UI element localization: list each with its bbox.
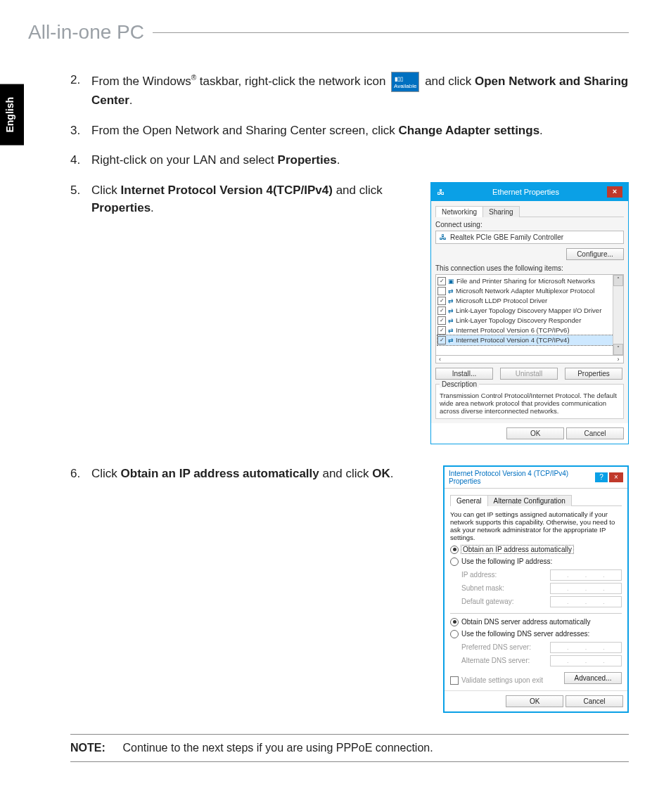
preferred-dns-field: ... [550, 642, 622, 653]
adapter-field: 🖧 Realtek PCIe GBE Family Controller [435, 231, 624, 244]
tab-networking[interactable]: Networking [435, 206, 483, 217]
uninstall-button: Uninstall [500, 368, 558, 380]
scroll-down-icon[interactable]: ˅ [613, 344, 623, 355]
list-item-label: Microsoft Network Adapter Multiplexor Pr… [456, 287, 594, 295]
cancel-button[interactable]: Cancel [566, 427, 624, 439]
bold-term: Properties [278, 153, 337, 167]
language-tab: English [0, 84, 24, 146]
step-text: Click Obtain an IP address automatically… [91, 465, 430, 483]
dialog-titlebar: 🖧 Ethernet Properties × [431, 183, 628, 201]
bold-term: Properties [91, 201, 151, 214]
list-item[interactable]: ✓⇄Internet Protocol Version 6 (TCP/IPv6) [437, 326, 622, 335]
tab-general[interactable]: General [450, 495, 488, 506]
protocol-list[interactable]: ✓▣File and Printer Sharing for Microsoft… [435, 274, 624, 356]
close-icon[interactable]: × [609, 472, 623, 482]
component-icon: ⇄ [448, 317, 454, 324]
step-number: 4. [70, 152, 91, 169]
content-area: 2. From the Windows® taskbar, right-clic… [70, 72, 629, 713]
radio-obtain-ip-auto[interactable]: Obtain an IP address automatically [450, 546, 622, 554]
step-5: 5. Click Internet Protocol Version 4(TCP… [70, 182, 416, 217]
close-icon[interactable]: × [607, 186, 622, 198]
validate-checkbox-row[interactable]: Validate settings upon exit [450, 676, 543, 685]
list-item[interactable]: ✓⇄Link-Layer Topology Discovery Mapper I… [437, 306, 622, 316]
text-fragment: From the Open Network and Sharing Center… [91, 124, 399, 137]
configure-button[interactable]: Configure... [566, 248, 624, 260]
preferred-dns-label: Preferred DNS server: [461, 643, 531, 651]
scrollbar[interactable]: ˄ ˅ [613, 275, 623, 355]
step-4: 4. Right-click on your LAN and select Pr… [70, 152, 629, 169]
checkbox-icon[interactable]: ✓ [437, 277, 446, 285]
list-item-label: Microsoft LLDP Protocol Driver [456, 297, 547, 304]
scroll-right-icon[interactable]: › [613, 356, 623, 363]
network-adapter-icon: 🖧 [437, 188, 445, 196]
note-label: NOTE: [70, 742, 120, 754]
dialog-body: Networking Sharing Connect using: 🖧 Real… [431, 201, 628, 423]
scroll-left-icon[interactable]: ‹ [436, 356, 613, 363]
dialog-footer: OK Cancel [431, 423, 628, 444]
radio-label: Obtain DNS server address automatically [461, 618, 590, 626]
help-icon[interactable]: ? [595, 472, 608, 482]
text-fragment: taskbar, right-click the network icon [196, 75, 389, 88]
validate-label: Validate settings upon exit [461, 676, 543, 684]
dialog-title: Ethernet Properties [445, 188, 607, 196]
ok-button[interactable]: OK [506, 695, 563, 707]
checkbox-icon[interactable]: ✓ [437, 326, 446, 335]
step-number: 6. [70, 465, 91, 483]
checkbox-icon[interactable] [450, 676, 459, 685]
tab-sharing[interactable]: Sharing [483, 206, 519, 217]
checkbox-icon[interactable]: ✓ [437, 336, 446, 344]
checkbox-icon[interactable]: ✓ [437, 307, 446, 315]
checkbox-icon[interactable]: ✓ [437, 316, 446, 325]
advanced-row: Validate settings upon exit Advanced... [450, 672, 622, 685]
dialog-footer: OK Cancel [445, 690, 627, 711]
bold-term: Obtain an IP address automatically [121, 467, 319, 480]
text-fragment: . [151, 201, 154, 214]
step-3: 3. From the Open Network and Sharing Cen… [70, 122, 629, 140]
list-item[interactable]: ⇄Microsoft Network Adapter Multiplexor P… [437, 286, 622, 296]
adapter-name: Realtek PCIe GBE Family Controller [450, 233, 563, 241]
tab-alternate[interactable]: Alternate Configuration [487, 495, 572, 506]
scroll-up-icon[interactable]: ˄ [613, 275, 623, 286]
bold-term: Internet Protocol Version 4(TCP/IPv4) [121, 183, 333, 197]
dialog-body: General Alternate Configuration You can … [445, 489, 627, 690]
subnet-mask-field: ... [550, 583, 622, 594]
checkbox-icon[interactable]: ✓ [437, 297, 446, 305]
step-6-row: 6. Click Obtain an IP address automatica… [70, 465, 629, 713]
checkbox-icon[interactable] [437, 287, 446, 295]
install-button[interactable]: Install... [435, 368, 493, 380]
list-item[interactable]: ✓⇄Microsoft LLDP Protocol Driver [437, 296, 622, 306]
ok-button[interactable]: OK [506, 427, 564, 439]
divider [450, 613, 622, 614]
list-item[interactable]: ✓▣File and Printer Sharing for Microsoft… [437, 276, 622, 286]
text-fragment: Click [91, 467, 121, 480]
alternate-dns-label: Alternate DNS server: [461, 657, 530, 664]
step-5-row: 5. Click Internet Protocol Version 4(TCP… [70, 182, 629, 444]
list-item[interactable]: ✓⇄Link-Layer Topology Discovery Responde… [437, 316, 622, 326]
bold-term: OK [372, 467, 390, 480]
bold-term: Change Adapter settings [399, 124, 540, 137]
radio-icon[interactable] [450, 546, 459, 554]
note-text: Continue to the next steps if you are us… [122, 742, 433, 754]
description-label: Description [440, 380, 479, 388]
text-fragment: . [337, 153, 340, 167]
cancel-button[interactable]: Cancel [565, 695, 623, 707]
subnet-mask-label: Subnet mask: [461, 584, 504, 592]
step-text: Right-click on your LAN and select Prope… [91, 152, 629, 169]
step-number: 2. [70, 72, 91, 110]
registered-mark: ® [191, 74, 196, 82]
adapter-icon: 🖧 [440, 233, 447, 241]
radio-use-ip[interactable]: Use the following IP address: [450, 558, 622, 566]
step-text: From the Open Network and Sharing Center… [91, 122, 629, 140]
radio-icon[interactable] [450, 630, 459, 638]
page-header: All-in-one PC [28, 21, 629, 44]
radio-obtain-dns-auto[interactable]: Obtain DNS server address automatically [450, 618, 622, 626]
step-2: 2. From the Windows® taskbar, right-clic… [70, 72, 629, 110]
list-item-label: Link-Layer Topology Discovery Mapper I/O… [456, 307, 601, 314]
properties-button[interactable]: Properties [565, 368, 622, 380]
advanced-button[interactable]: Advanced... [564, 672, 622, 684]
list-item-selected[interactable]: ✓⇄Internet Protocol Version 4 (TCP/IPv4) [437, 335, 622, 345]
step-6: 6. Click Obtain an IP address automatica… [70, 465, 430, 483]
radio-icon[interactable] [450, 618, 459, 626]
radio-use-dns[interactable]: Use the following DNS server addresses: [450, 630, 622, 638]
radio-icon[interactable] [450, 558, 459, 566]
